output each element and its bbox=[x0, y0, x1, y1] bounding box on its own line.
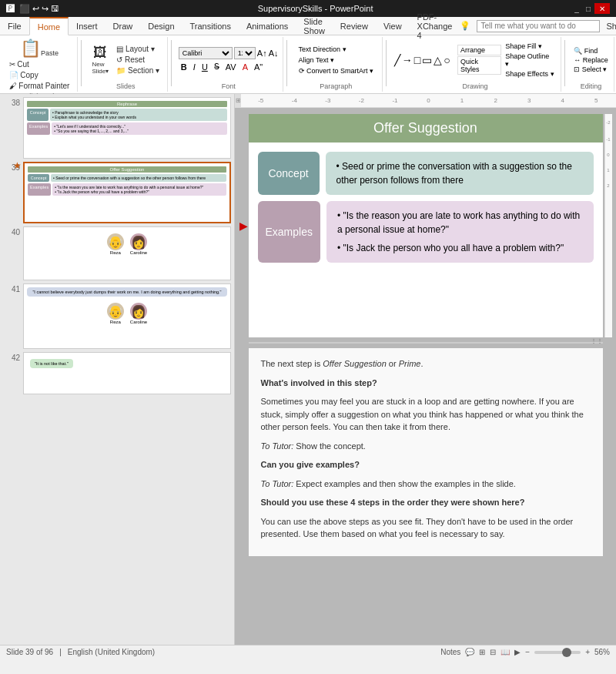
clipboard-content: 📋 Paste ✂ Cut 📄 Copy 🖌 Format Painter bbox=[6, 39, 73, 91]
format-painter-btn[interactable]: 🖌 Format Painter bbox=[6, 81, 73, 91]
font-size-select[interactable]: 12 bbox=[234, 47, 256, 59]
reset-btn[interactable]: ↺ Reset bbox=[113, 55, 162, 65]
ruler-m9: 3 bbox=[512, 97, 546, 104]
tab-home[interactable]: Home bbox=[29, 17, 69, 35]
arrange-btn[interactable]: Arrange bbox=[457, 45, 501, 55]
slide-item-39[interactable]: ★ 39 Offer Suggestion Concept • Seed or … bbox=[3, 162, 231, 223]
slide-notes-divider: ⋮⋮ bbox=[249, 342, 603, 344]
slide-star-39: ★ bbox=[13, 160, 22, 171]
tab-animations[interactable]: Animations bbox=[239, 17, 296, 35]
notes-or: or bbox=[387, 359, 399, 368]
maximize-btn[interactable]: □ bbox=[583, 3, 594, 14]
text-shadow-btn[interactable]: A" bbox=[252, 62, 265, 72]
slide-item-38[interactable]: 38 Rephrase Concept • Paraphrase to ackn… bbox=[3, 97, 231, 159]
shape-outline-btn[interactable]: Shape Outline ▾ bbox=[504, 52, 556, 69]
shapes-palette: ╱ → □ ▭ △ ○ bbox=[394, 54, 455, 66]
triangle-shape[interactable]: △ bbox=[434, 54, 442, 66]
tell-me-icon: 💡 bbox=[460, 21, 470, 31]
slide-item-41[interactable]: 41 "I cannot believe everybody just dump… bbox=[3, 283, 231, 349]
shape-fill-btn[interactable]: Shape Fill ▾ bbox=[504, 42, 556, 51]
zoom-in-btn[interactable]: + bbox=[585, 648, 590, 656]
text-direction-btn[interactable]: Text Direction ▾ bbox=[296, 45, 349, 54]
view-reading-btn[interactable]: 📖 bbox=[500, 648, 510, 656]
font-group: Calibri 12 A↑ A↓ B I U S̶ AV A A" Font bbox=[175, 37, 283, 92]
slide-thumb-39[interactable]: Offer Suggestion Concept • Seed or prime… bbox=[23, 162, 231, 223]
slide-thumb-42[interactable]: "It is not like that." bbox=[23, 352, 231, 394]
tab-insert[interactable]: Insert bbox=[69, 17, 105, 35]
close-btn[interactable]: ✕ bbox=[594, 3, 610, 14]
convert-smartart-btn[interactable]: ⟳ Convert to SmartArt ▾ bbox=[296, 66, 377, 75]
notes-section1-title: What's involved in this step? bbox=[261, 378, 377, 387]
italic-btn[interactable]: I bbox=[191, 62, 198, 72]
tab-view[interactable]: View bbox=[376, 17, 410, 35]
select-btn[interactable]: ⊡ Select ▾ bbox=[574, 65, 607, 73]
line-shape[interactable]: ╱ bbox=[394, 54, 400, 66]
view-slideshow-btn[interactable]: ▶ bbox=[514, 648, 521, 656]
section-btn[interactable]: 📁 Section ▾ bbox=[113, 65, 162, 75]
view-normal-btn[interactable]: ⊞ bbox=[479, 648, 485, 656]
slide-41-reza: 👴 Reza bbox=[107, 303, 124, 324]
ruler-m6: 0 bbox=[412, 97, 446, 104]
window-controls[interactable]: _ □ ✕ bbox=[571, 3, 610, 14]
zoom-out-btn[interactable]: − bbox=[525, 648, 530, 656]
char-spacing-btn[interactable]: AV bbox=[223, 62, 239, 72]
zoom-slider-thumb[interactable] bbox=[562, 648, 571, 657]
tab-file[interactable]: File bbox=[0, 17, 29, 35]
tab-pdfxchange[interactable]: PDF-XChange 4 bbox=[410, 17, 460, 35]
caroline-label-41: Caroline bbox=[130, 320, 147, 324]
tab-design[interactable]: Design bbox=[140, 17, 182, 35]
find-btn[interactable]: 🔍 Find bbox=[574, 47, 598, 55]
drawing-right-controls: Arrange Quick Styles bbox=[457, 45, 501, 75]
slide-thumb-38[interactable]: Rephrase Concept • Paraphrase to acknowl… bbox=[23, 97, 231, 159]
notes-section3-text-para: You can use the above steps as you see f… bbox=[261, 515, 591, 541]
underline-btn[interactable]: U bbox=[199, 62, 210, 72]
share-btn[interactable]: Share bbox=[606, 22, 616, 31]
replace-btn[interactable]: ↔ Replace bbox=[574, 56, 608, 64]
cut-btn[interactable]: ✂ Cut bbox=[6, 59, 73, 69]
slide-thumb-41[interactable]: "I cannot believe everybody just dumps t… bbox=[23, 283, 231, 349]
tab-slideshow[interactable]: Slide Show bbox=[296, 17, 333, 35]
slide-41-caroline: 👩 Caroline bbox=[130, 303, 147, 324]
vruler-3: 0 bbox=[607, 153, 609, 157]
slide-body: Concept Seed or prime the conversation w… bbox=[249, 143, 603, 272]
tell-me-input[interactable] bbox=[477, 20, 600, 32]
strikethrough-btn[interactable]: S̶ bbox=[212, 61, 222, 72]
new-slide-btn[interactable]: 🖼 NewSlide▾ bbox=[89, 43, 112, 76]
tab-review[interactable]: Review bbox=[333, 17, 376, 35]
slide-panel[interactable]: 38 Rephrase Concept • Paraphrase to ackn… bbox=[0, 94, 235, 645]
slide-canvas-area[interactable]: ▶ -2 -1 0 1 2 Offer Suggestion C bbox=[235, 108, 616, 645]
view-sorter-btn[interactable]: ⊟ bbox=[490, 648, 496, 656]
copy-btn[interactable]: 📄 Copy bbox=[6, 70, 73, 80]
notes-section2-title-para: Can you give examples? bbox=[261, 458, 591, 471]
zoom-slider[interactable] bbox=[534, 651, 581, 654]
shape-effects-btn[interactable]: Shape Effects ▾ bbox=[504, 69, 556, 79]
notes-totutor2-para: To Tutor: Expect examples and then show … bbox=[261, 478, 591, 491]
tab-transitions[interactable]: Transitions bbox=[182, 17, 239, 35]
rect-shape[interactable]: □ bbox=[414, 54, 420, 66]
font-family-select[interactable]: Calibri bbox=[179, 47, 233, 59]
decrease-font-btn[interactable]: A↓ bbox=[269, 49, 279, 58]
increase-font-btn[interactable]: A↑ bbox=[257, 49, 267, 58]
layout-btn[interactable]: ▤ Layout ▾ bbox=[113, 44, 162, 54]
bold-btn[interactable]: B bbox=[179, 62, 189, 72]
language-status: English (United Kingdom) bbox=[68, 648, 155, 656]
slide-item-42[interactable]: 42 "It is not like that." bbox=[3, 352, 231, 394]
slide-thumb-40[interactable]: 👴 Reza 👩 Caroline bbox=[23, 226, 231, 280]
tab-draw[interactable]: Draw bbox=[105, 17, 141, 35]
rounded-rect-shape[interactable]: ▭ bbox=[422, 54, 432, 66]
oval-shape[interactable]: ○ bbox=[444, 54, 450, 66]
slide-notes: The next step is Offer Suggestion or Pri… bbox=[249, 348, 603, 556]
app-icon: 🅿 bbox=[6, 4, 15, 13]
comments-btn[interactable]: 💬 bbox=[465, 648, 474, 656]
align-text-btn[interactable]: Align Text ▾ bbox=[296, 55, 336, 65]
notes-toggle-btn[interactable]: Notes bbox=[440, 648, 460, 656]
slide-item-40[interactable]: 40 👴 Reza 👩 Caroline bbox=[3, 226, 231, 280]
arrow-shape[interactable]: → bbox=[402, 54, 413, 66]
editing-label: Editing bbox=[581, 81, 602, 90]
paste-btn[interactable]: 📋 Paste bbox=[17, 39, 62, 59]
title-bar: 🅿 ⬛ ↩ ↪ 🖫 SupervisorySkills - PowerPoint… bbox=[0, 0, 616, 17]
slide-title: Offer Suggestion bbox=[261, 120, 591, 136]
minimize-btn[interactable]: _ bbox=[571, 3, 582, 14]
quick-styles-btn[interactable]: Quick Styles bbox=[457, 56, 501, 75]
font-color-btn[interactable]: A bbox=[240, 62, 250, 72]
